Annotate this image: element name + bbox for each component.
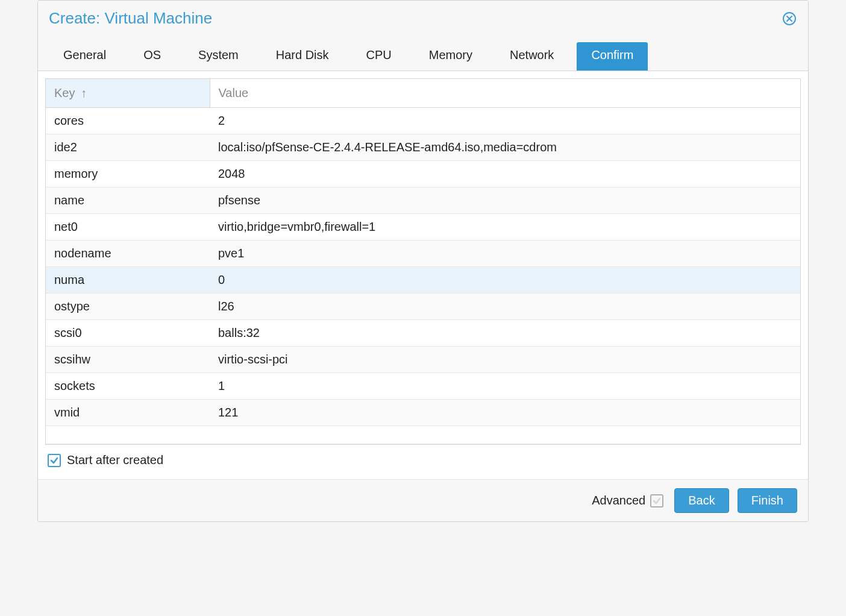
cell-value: pve1 (210, 240, 800, 267)
confirm-table: Key ↑ Value cores2ide2local:iso/pfSense-… (45, 78, 801, 445)
tab-confirm[interactable]: Confirm (577, 42, 648, 71)
start-after-created-checkbox[interactable] (48, 454, 61, 467)
cell-key: ide2 (46, 134, 210, 161)
finish-button[interactable]: Finish (738, 488, 797, 513)
table-row[interactable]: namepfsense (46, 187, 800, 214)
dialog-title: Create: Virtual Machine (49, 9, 212, 28)
cell-key: nodename (46, 240, 210, 267)
cell-value: 2 (210, 108, 800, 134)
cell-key: cores (46, 108, 210, 134)
cell-key: sockets (46, 373, 210, 400)
table-row[interactable]: ide2local:iso/pfSense-CE-2.4.4-RELEASE-a… (46, 134, 800, 161)
advanced-toggle: Advanced (592, 494, 663, 508)
table-row[interactable]: vmid121 (46, 400, 800, 426)
tab-general[interactable]: General (49, 42, 121, 71)
column-header-key[interactable]: Key ↑ (46, 79, 210, 108)
table-row-empty (46, 426, 800, 444)
cell-key: net0 (46, 214, 210, 240)
table-row[interactable]: scsi0balls:32 (46, 320, 800, 347)
close-icon (782, 11, 797, 26)
cell-key: scsihw (46, 347, 210, 373)
dialog-footer: Advanced Back Finish (38, 479, 808, 521)
check-icon (50, 456, 58, 465)
sort-asc-icon: ↑ (81, 86, 87, 99)
column-header-key-label: Key (54, 86, 75, 99)
cell-key: ostype (46, 294, 210, 320)
dialog-header: Create: Virtual Machine (38, 1, 808, 33)
close-button[interactable] (782, 11, 797, 27)
table-row[interactable]: nodenamepve1 (46, 240, 800, 267)
column-header-value[interactable]: Value (210, 79, 800, 108)
dialog-content: Key ↑ Value cores2ide2local:iso/pfSense-… (38, 71, 808, 479)
back-button[interactable]: Back (674, 488, 728, 513)
cell-value: l26 (210, 294, 800, 320)
tab-system[interactable]: System (184, 42, 253, 71)
advanced-checkbox[interactable] (650, 494, 663, 508)
table-row[interactable]: sockets1 (46, 373, 800, 400)
create-vm-dialog: Create: Virtual Machine GeneralOSSystemH… (37, 0, 809, 522)
cell-value: virtio,bridge=vmbr0,firewall=1 (210, 214, 800, 240)
table-row[interactable]: net0virtio,bridge=vmbr0,firewall=1 (46, 214, 800, 240)
start-after-created-label: Start after created (67, 453, 163, 467)
tab-os[interactable]: OS (129, 42, 175, 71)
check-icon (653, 497, 661, 505)
advanced-label: Advanced (592, 494, 645, 508)
table-row[interactable]: ostypel26 (46, 294, 800, 320)
cell-key: vmid (46, 400, 210, 426)
column-header-value-label: Value (219, 86, 249, 99)
cell-value: pfsense (210, 187, 800, 214)
tab-harddisk[interactable]: Hard Disk (262, 42, 343, 71)
cell-key: scsi0 (46, 320, 210, 347)
cell-key: name (46, 187, 210, 214)
cell-key: numa (46, 267, 210, 294)
tab-cpu[interactable]: CPU (352, 42, 406, 71)
cell-key: memory (46, 161, 210, 187)
cell-value: local:iso/pfSense-CE-2.4.4-RELEASE-amd64… (210, 134, 800, 161)
table-row[interactable]: memory2048 (46, 161, 800, 187)
table-row[interactable]: numa0 (46, 267, 800, 294)
cell-value: 121 (210, 400, 800, 426)
cell-value: balls:32 (210, 320, 800, 347)
tab-network[interactable]: Network (495, 42, 568, 71)
cell-value: 1 (210, 373, 800, 400)
wizard-tabs: GeneralOSSystemHard DiskCPUMemoryNetwork… (38, 33, 808, 71)
cell-value: virtio-scsi-pci (210, 347, 800, 373)
table-row[interactable]: scsihwvirtio-scsi-pci (46, 347, 800, 373)
cell-value: 0 (210, 267, 800, 294)
start-after-created-row: Start after created (45, 445, 801, 472)
cell-value: 2048 (210, 161, 800, 187)
tab-memory[interactable]: Memory (415, 42, 487, 71)
table-row[interactable]: cores2 (46, 108, 800, 134)
